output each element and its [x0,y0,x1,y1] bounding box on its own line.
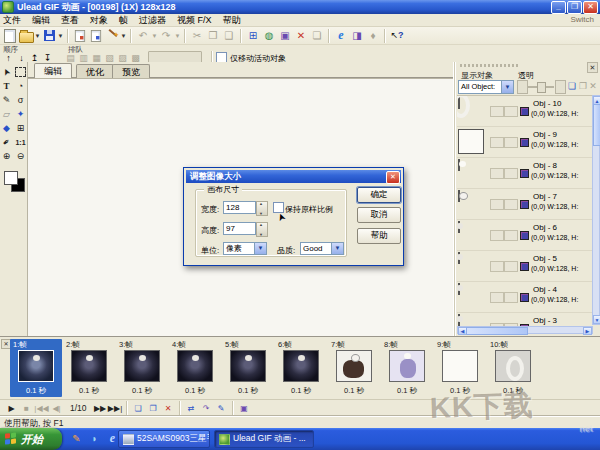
export-icon[interactable]: ♦ [365,28,381,43]
object-row-7[interactable]: Obj - 7 (0,0) W:128, H: [457,189,593,220]
object-row-8[interactable]: Obj - 8 (0,0) W:128, H: [457,158,593,189]
wand-dropdown-icon[interactable]: ▼ [120,33,127,39]
restore-button[interactable]: ❐ [567,1,582,14]
frame-cell-10[interactable]: 10:帧 0.1 秒 [487,339,539,397]
save-dropdown-icon[interactable]: ▼ [57,33,64,39]
paste-icon[interactable]: ❑ [221,28,237,43]
quick-launch-icon-2[interactable]: ◗ [88,431,101,445]
object-row-6[interactable]: Obj - 6 (0,0) W:128, H: [457,220,593,251]
tab-optimize[interactable]: 优化 [76,64,114,79]
quality-dropdown[interactable]: Good▼ [300,242,344,255]
cut-icon[interactable]: ✂ [189,28,205,43]
duplicate-frame-icon[interactable]: ❐ [146,401,161,415]
menu-help[interactable]: 帮助 [223,14,241,27]
menu-edit[interactable]: 编辑 [32,14,50,27]
frame-cell-8[interactable]: 8:帧 0.1 秒 [381,339,433,397]
scroll-right-icon[interactable]: ▶ [583,327,592,335]
menu-object[interactable]: 对象 [90,14,108,27]
taskbar-task-samsung[interactable]: 52SAMS0903三星手 [118,430,210,448]
brush-tool-icon[interactable]: ✎ [0,93,13,107]
object-list-hscrollbar[interactable]: ◀ ▶ [457,326,593,334]
play-icon[interactable]: ▶ [4,401,19,415]
zoom-out-tool-icon[interactable]: ⊖ [14,149,27,163]
frame-cell-3[interactable]: 3:帧 0.1 秒 [116,339,168,397]
open-dropdown-icon[interactable]: ▼ [34,33,41,39]
title-bar[interactable]: Ulead GIF 动画 - [00198] (1X) 128x128 _ ❐ … [0,0,600,14]
dropdown-arrow-icon[interactable]: ▼ [501,81,513,93]
marquee-tool-icon[interactable] [14,65,27,79]
width-field[interactable]: 128 [223,201,256,214]
save-icon[interactable] [41,28,57,43]
start-button[interactable]: 开始 [0,428,62,450]
frame-cell-4[interactable]: 4:帧 0.1 秒 [169,339,221,397]
panel-close-icon[interactable]: ✕ [587,62,598,73]
menu-file[interactable]: 文件 [3,14,21,27]
object-filter-dropdown[interactable]: All Object:▼ [458,80,514,94]
internet-explorer-icon[interactable]: e [333,28,349,43]
close-button[interactable]: ✕ [583,1,598,14]
previous-frame-icon[interactable]: ◀| [49,401,64,415]
context-help-icon[interactable]: ↖? [389,28,405,43]
dropdown-arrow-icon[interactable]: ▼ [254,243,266,254]
frame-cell-9[interactable]: 9:帧 0.1 秒 [434,339,486,397]
quick-launch-icon-1[interactable]: ✎ [70,431,83,445]
menu-filters[interactable]: 过滤器 [139,14,166,27]
redo-icon[interactable]: ↷ [158,28,174,43]
edit-frame-icon[interactable]: ✎ [214,401,229,415]
first-frame-icon[interactable]: |◀◀ [34,401,49,415]
frame-properties-icon[interactable]: ▣ [237,401,252,415]
object-row-9[interactable]: Obj - 9 (0,0) W:128, H: [457,127,593,158]
transparency-slider[interactable] [528,80,554,92]
help-button[interactable]: 帮助 [357,228,401,244]
crop-tool-icon[interactable]: ⊞ [14,121,27,135]
foreground-color-swatch[interactable] [4,171,18,185]
magic-wand-tool-icon[interactable]: ✦ [14,107,27,121]
picture-icon[interactable]: ◨ [349,28,365,43]
menu-frame[interactable]: 帧 [119,14,128,27]
open-icon[interactable] [18,28,34,43]
taskbar-task-ulead[interactable]: Ulead GIF 动画 - ... [214,430,314,448]
dialog-title-bar[interactable]: 调整图像大小 ✕ [186,170,401,183]
eraser-tool-icon[interactable]: ▱ [0,107,13,121]
object-list-vscrollbar[interactable]: ▲ ▼ [592,95,600,325]
menu-view[interactable]: 查看 [61,14,79,27]
last-frame-icon[interactable]: ▶▶| [108,401,123,415]
hscroll-thumb[interactable] [466,327,528,335]
object-row-10[interactable]: Obj - 10 (0,0) W:128, H: [457,96,593,127]
vscroll-thumb[interactable] [593,104,600,146]
width-spinner[interactable] [256,201,268,216]
menu-video-fx[interactable]: 视频 F/X [177,14,212,27]
wand-icon[interactable] [104,28,120,43]
undo-icon[interactable]: ↶ [135,28,151,43]
frame-cell-7[interactable]: 7:帧 0.1 秒 [328,339,380,397]
frame-icon[interactable]: ⊞ [245,28,261,43]
reverse-order-icon[interactable]: ⇄ [184,401,199,415]
scroll-down-icon[interactable]: ▼ [593,315,600,324]
height-field[interactable]: 97 [223,222,256,235]
copy-icon[interactable]: ❐ [205,28,221,43]
actual-size-tool-icon[interactable]: 1:1 [14,135,27,149]
ok-button[interactable]: 确定 [357,187,401,203]
switch-label[interactable]: Switch [570,15,594,24]
dropdown-arrow-icon[interactable]: ▼ [331,243,343,254]
unit-dropdown[interactable]: 像素▼ [223,242,267,255]
tab-preview[interactable]: 预览 [112,64,150,79]
lasso-tool-icon[interactable]: σ [14,93,27,107]
print-icon[interactable]: ❏ [309,28,325,43]
new-icon[interactable] [2,28,18,43]
frame-cell-2[interactable]: 2:帧 0.1 秒 [63,339,115,397]
panel-grip[interactable] [460,64,520,67]
delete-icon[interactable]: ✕ [293,28,309,43]
next-frame-icon[interactable]: ▶▶ [93,401,108,415]
object-row-5[interactable]: Obj - 5 (0,0) W:128, H: [457,251,593,282]
add-frame-icon[interactable]: ❏ [131,401,146,415]
height-spinner[interactable] [256,222,268,237]
object-row-4[interactable]: Obj - 4 (0,0) W:128, H: [457,282,593,313]
tween-icon[interactable]: ↷ [199,401,214,415]
tab-edit[interactable]: 编辑 [34,63,72,79]
rotate-tool-icon[interactable]: ◔ [14,79,27,93]
stop-icon[interactable]: ■ [19,401,34,415]
delete-object-icon[interactable]: ✕ [587,79,599,92]
frame-cell-1[interactable]: 1:帧 0.1 秒 [10,339,62,397]
globe-icon[interactable]: ◍ [261,28,277,43]
